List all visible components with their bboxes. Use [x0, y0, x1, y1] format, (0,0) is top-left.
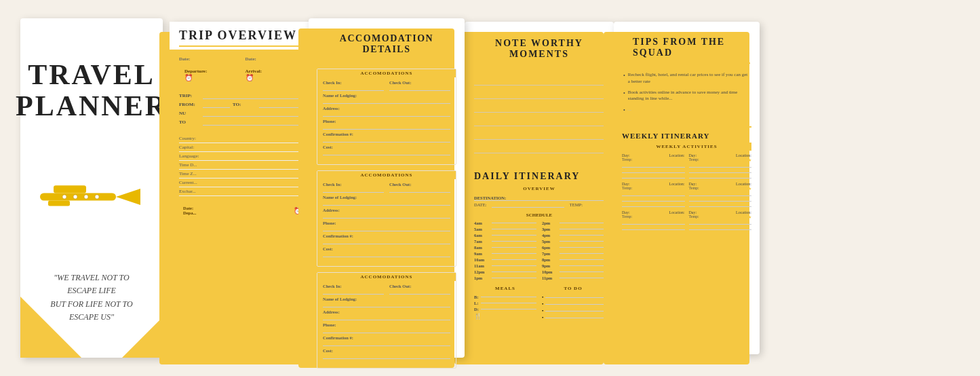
quote-line-2: ESCAPE LIFE [50, 284, 132, 297]
weekly-col2-line1 [689, 162, 752, 168]
checkout-label-3: Check Out: [389, 284, 450, 288]
accom-section-3: ACCOMODATIONS Check In: Check Out: Name … [317, 272, 456, 369]
time-2pm: 2pm [542, 221, 557, 225]
trip-label: TRIP: [179, 93, 203, 98]
weekly-col-2: Day: Location: Temp: ★★★★ [689, 153, 752, 178]
svg-point-5 [73, 195, 77, 199]
departure-field: Departure: ⏰ [184, 69, 240, 81]
breakfast-row: B: [474, 295, 536, 299]
language-item: Language: [179, 152, 306, 161]
weekly-col1-line1 [622, 162, 685, 168]
line-12pm [492, 271, 536, 272]
accommodation-page: ACCOMODATION DETAILS ACCOMODATIONS Check… [309, 18, 465, 358]
tips-title-section: TIPS FROM THE SQUAD [614, 22, 760, 67]
phone-line-1 [323, 124, 450, 130]
confirmation-line-2 [323, 238, 450, 244]
meals-column: MEALS B: L: D: 🍴 [474, 284, 536, 320]
time-z-item: Time Z... [179, 170, 306, 178]
checkin-line-3 [323, 288, 384, 295]
todo-bullet-2: • [542, 301, 543, 307]
tip-text-1: Recheck flight, hotel, and rental car pr… [628, 72, 750, 86]
weekly-col4-line3 [689, 202, 752, 207]
checkout-field-2: Check Out: [389, 182, 450, 193]
accom-header-3: ACCOMODATIONS [317, 273, 456, 281]
dinner-line [481, 309, 536, 309]
checkin-row-1: Check In: Check Out: [323, 80, 450, 91]
todo-line-3 [545, 311, 604, 312]
weekly-col4-line2 [689, 196, 752, 202]
lodging-field-2: Name of Lodging: [323, 195, 450, 206]
breakfast-line [481, 297, 537, 297]
accom-fields-3: Check In: Check Out: Name of Lodging: Ad… [317, 281, 456, 364]
daily-mini-destination: DESTINATION: [474, 195, 604, 201]
lodging-line-3 [323, 301, 450, 307]
weekly-col5-line1 [622, 219, 685, 225]
line-1pm [492, 278, 536, 278]
weekly-col5-line2 [622, 225, 685, 230]
phone-field-2: Phone: [323, 221, 450, 231]
schedule-7am: 7am [474, 239, 536, 244]
trip-overview-page: TRIP OVERVIEW Date: Date: Departure: ⏰ [170, 22, 315, 354]
travellers-line [203, 119, 306, 126]
time-d-item: Time D... [179, 161, 306, 170]
checkout-field-1: Check Out: [389, 80, 450, 91]
noteworthy-lines [465, 68, 614, 163]
tip-bullet-2: • [623, 90, 625, 103]
meals-banner: MEALS [474, 284, 536, 293]
line-6am [492, 235, 536, 236]
address-line-1 [323, 111, 450, 117]
svg-rect-3 [48, 200, 70, 206]
cost-line-3 [323, 353, 450, 359]
weekly-col3-sub: Temp: ★★★★ [622, 186, 685, 191]
country-info-section: Country: Capital: Language: Time D... Ti… [170, 132, 315, 199]
line-3pm [560, 229, 604, 229]
time-8am: 8am [474, 245, 489, 250]
schedule-4pm: 4pm [542, 233, 604, 238]
schedule-11pm: 11pm [542, 276, 604, 280]
trip-info-section: TRIP: FROM: TO: NU TO [170, 88, 315, 132]
weekly-col1-stars: ★★★★ [671, 157, 685, 162]
quote-line-1: "WE TRAVEL NOT TO [50, 271, 132, 284]
mini-trip-banner: Date:Depa... ⏰ [179, 203, 306, 218]
weekly-col1-line2 [622, 168, 685, 173]
line-9am [492, 253, 536, 254]
line-5pm [560, 241, 604, 242]
lodging-label-2: Name of Lodging: [323, 195, 450, 200]
checkin-label-1: Check In: [323, 80, 384, 85]
schedule-8pm: 8pm [542, 257, 604, 262]
number-row: NU [179, 110, 306, 117]
accom-header-1: ACCOMODATIONS [317, 69, 456, 77]
weekly-col1-temp: Temp: [622, 157, 632, 162]
weekly-col6-stars: ★★★★ [738, 214, 751, 219]
tips-page: TIPS FROM THE SQUAD • Recheck flight, ho… [614, 22, 760, 354]
weekly-col-6: Day: Location: Temp: ★★★★ [689, 210, 752, 230]
cover-quote: "WE TRAVEL NOT TO ESCAPE LIFE BUT FOR LI… [50, 271, 132, 324]
date-departure-row: Date: Date: [179, 56, 306, 62]
currency-item: Current... [179, 178, 306, 187]
noteworthy-line-5 [474, 129, 604, 140]
weekly-col1-line3 [622, 173, 685, 178]
weekly-col2-line2 [689, 168, 752, 173]
dinner-row: D: [474, 307, 536, 312]
daily-mini-title: DAILY ITINERARY [474, 171, 604, 182]
phone-line-3 [323, 327, 450, 333]
clock-icon-2: ⏰ [246, 74, 301, 81]
cost-field-3: Cost: [323, 348, 450, 359]
time-5pm: 5pm [542, 239, 557, 244]
line-8pm [560, 259, 604, 260]
weekly-col-3: Day: Location: Temp: ★★★★ [622, 182, 685, 207]
schedule-1pm: 1pm [474, 276, 536, 280]
todo-line-4 [545, 318, 604, 318]
daily-mini-temp: TEMP: [570, 202, 583, 208]
daily-mini-overview-banner: OVERVIEW [474, 185, 604, 193]
accom-section-2: ACCOMODATIONS Check In: Check Out: Name … [317, 170, 456, 267]
tip-bullet-1: • [623, 72, 625, 86]
time-1pm: 1pm [474, 276, 489, 280]
phone-label-2: Phone: [323, 221, 450, 225]
todo-column: TO DO • • • • [542, 284, 604, 320]
arrival-field: Arrival: ⏰ [246, 69, 301, 81]
checkin-field-2: Check In: [323, 182, 384, 193]
weekly-col5-sub: Temp: ★★★★ [622, 214, 685, 219]
time-6am: 6am [474, 233, 489, 238]
weekly-col2-temp: Temp: [689, 157, 699, 162]
